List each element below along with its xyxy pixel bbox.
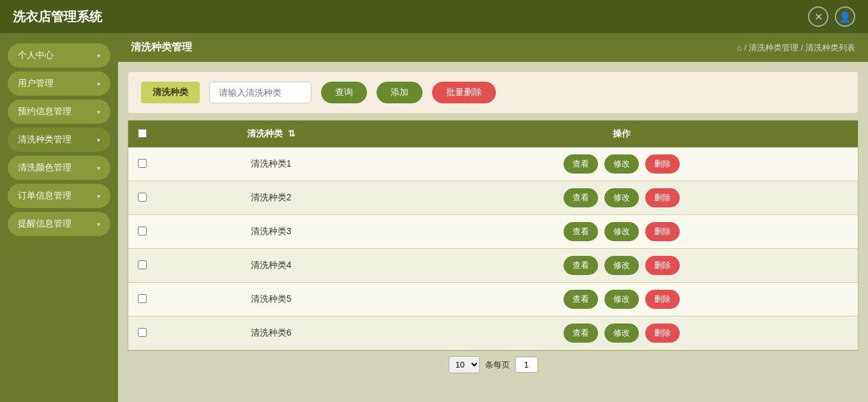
row-name: 清洗种类4 bbox=[156, 249, 386, 283]
chevron-right-icon: ▾ bbox=[97, 80, 100, 87]
chevron-right-icon: ▾ bbox=[97, 193, 100, 200]
header-icons: ✕ 👤 bbox=[808, 6, 855, 27]
chevron-right-icon: ▾ bbox=[97, 52, 100, 59]
table-row: 清洗种类3 查看 修改 删除 bbox=[128, 215, 858, 249]
view-button[interactable]: 查看 bbox=[564, 222, 598, 241]
edit-button[interactable]: 修改 bbox=[604, 324, 639, 343]
sidebar-item-label: 预约信息管理 bbox=[18, 106, 71, 117]
row-actions: 查看 修改 删除 bbox=[386, 249, 858, 283]
view-button[interactable]: 查看 bbox=[564, 188, 598, 207]
data-table: 清洗种类 ⇅ 操作 清洗种类1 查看 修改 删除 bbox=[128, 121, 858, 350]
row-checkbox[interactable] bbox=[138, 227, 147, 235]
edit-button[interactable]: 修改 bbox=[604, 256, 639, 275]
sidebar-item-order-management[interactable]: 订单信息管理 ▾ bbox=[8, 184, 110, 208]
view-button[interactable]: 查看 bbox=[564, 256, 598, 275]
sidebar-item-label: 清洗颜色管理 bbox=[18, 162, 71, 174]
select-all-checkbox[interactable] bbox=[138, 129, 147, 138]
close-button[interactable]: ✕ bbox=[808, 6, 828, 27]
delete-button[interactable]: 删除 bbox=[645, 222, 680, 241]
chevron-right-icon: ▾ bbox=[97, 165, 100, 172]
batch-delete-button[interactable]: 批量删除 bbox=[432, 82, 496, 103]
app-header: 洗衣店管理系统 ✕ 👤 bbox=[0, 0, 868, 33]
row-checkbox[interactable] bbox=[138, 193, 147, 202]
chevron-right-icon: ▾ bbox=[97, 108, 100, 115]
row-checkbox[interactable] bbox=[138, 159, 147, 168]
main-content: 清洗种类管理 ⌂ / 清洗种类管理 / 清洗种类列表 清洗种类 查询 添加 批量… bbox=[118, 33, 868, 402]
user-button[interactable]: 👤 bbox=[835, 6, 855, 27]
add-button[interactable]: 添加 bbox=[377, 82, 423, 103]
breadcrumb: ⌂ / 清洗种类管理 / 清洗种类列表 bbox=[737, 42, 855, 54]
sidebar-item-label: 用户管理 bbox=[18, 78, 54, 89]
sidebar-item-personal-center[interactable]: 个人中心 ▾ bbox=[8, 43, 110, 68]
row-name: 清洗种类6 bbox=[156, 316, 386, 350]
table-body: 清洗种类1 查看 修改 删除 清洗种类2 查看 修改 删除 清洗种类3 查看 bbox=[128, 147, 858, 350]
chevron-right-icon: ▾ bbox=[97, 221, 100, 228]
view-button[interactable]: 查看 bbox=[564, 290, 598, 309]
table-row: 清洗种类2 查看 修改 删除 bbox=[128, 181, 858, 215]
app-title: 洗衣店管理系统 bbox=[13, 8, 102, 26]
col-name-header: 清洗种类 ⇅ bbox=[156, 121, 386, 147]
view-button[interactable]: 查看 bbox=[564, 154, 598, 174]
search-input[interactable] bbox=[209, 82, 311, 103]
content-area: 清洗种类 查询 添加 批量删除 清洗种类 bbox=[118, 62, 868, 402]
page-header: 清洗种类管理 ⌂ / 清洗种类管理 / 清洗种类列表 bbox=[118, 33, 868, 62]
select-all-cell bbox=[128, 121, 156, 147]
query-button[interactable]: 查询 bbox=[321, 82, 367, 103]
row-actions: 查看 修改 删除 bbox=[386, 147, 858, 181]
row-checkbox-cell bbox=[128, 316, 156, 350]
sidebar-item-label: 提醒信息管理 bbox=[18, 218, 71, 230]
sidebar-item-label: 订单信息管理 bbox=[18, 190, 71, 202]
sidebar-item-reminder-management[interactable]: 提醒信息管理 ▾ bbox=[8, 212, 110, 236]
delete-button[interactable]: 删除 bbox=[645, 154, 680, 174]
col-name-label: 清洗种类 bbox=[247, 128, 283, 138]
row-checkbox[interactable] bbox=[138, 328, 147, 337]
row-actions: 查看 修改 删除 bbox=[386, 283, 858, 316]
sidebar-item-user-management[interactable]: 用户管理 ▾ bbox=[8, 71, 110, 96]
sidebar-item-wash-type-management[interactable]: 清洗种类管理 ▾ bbox=[8, 128, 110, 152]
sort-icon[interactable]: ⇅ bbox=[288, 128, 296, 138]
row-checkbox-cell bbox=[128, 215, 156, 249]
row-actions: 查看 修改 删除 bbox=[386, 181, 858, 215]
row-checkbox[interactable] bbox=[138, 294, 147, 303]
row-checkbox-cell bbox=[128, 147, 156, 181]
table-row: 清洗种类6 查看 修改 删除 bbox=[128, 316, 858, 350]
filter-label: 清洗种类 bbox=[141, 82, 200, 103]
col-operations-header: 操作 bbox=[386, 121, 858, 147]
table-wrapper: 清洗种类 ⇅ 操作 清洗种类1 查看 修改 删除 bbox=[128, 120, 858, 351]
edit-button[interactable]: 修改 bbox=[604, 188, 639, 207]
table-row: 清洗种类5 查看 修改 删除 bbox=[128, 283, 858, 316]
view-button[interactable]: 查看 bbox=[564, 324, 598, 343]
page-number-input[interactable] bbox=[515, 357, 538, 373]
sidebar-item-wash-color-management[interactable]: 清洗颜色管理 ▾ bbox=[8, 156, 110, 180]
table-header: 清洗种类 ⇅ 操作 bbox=[128, 121, 858, 147]
sidebar-item-label: 清洗种类管理 bbox=[18, 134, 71, 145]
delete-button[interactable]: 删除 bbox=[645, 324, 680, 343]
sidebar-item-label: 个人中心 bbox=[18, 50, 54, 61]
row-name: 清洗种类5 bbox=[156, 283, 386, 316]
delete-button[interactable]: 删除 bbox=[645, 290, 680, 309]
page-title: 清洗种类管理 bbox=[131, 41, 192, 54]
row-actions: 查看 修改 删除 bbox=[386, 215, 858, 249]
table-row: 清洗种类1 查看 修改 删除 bbox=[128, 147, 858, 181]
chevron-right-icon: ▾ bbox=[97, 137, 100, 144]
delete-button[interactable]: 删除 bbox=[645, 188, 680, 207]
filter-bar: 清洗种类 查询 添加 批量删除 bbox=[128, 71, 858, 114]
sidebar-item-appointment-management[interactable]: 预约信息管理 ▾ bbox=[8, 100, 110, 124]
edit-button[interactable]: 修改 bbox=[604, 290, 639, 309]
row-checkbox-cell bbox=[128, 181, 156, 215]
row-checkbox-cell bbox=[128, 283, 156, 316]
per-page-label: 条每页 bbox=[485, 359, 510, 371]
sidebar: 个人中心 ▾ 用户管理 ▾ 预约信息管理 ▾ 清洗种类管理 ▾ 清洗颜色管理 ▾… bbox=[0, 33, 118, 402]
delete-button[interactable]: 删除 bbox=[645, 256, 680, 275]
row-checkbox-cell bbox=[128, 249, 156, 283]
row-name: 清洗种类3 bbox=[156, 215, 386, 249]
row-checkbox[interactable] bbox=[138, 260, 147, 269]
row-actions: 查看 修改 删除 bbox=[386, 316, 858, 350]
page-size-select[interactable]: 10 20 50 bbox=[449, 356, 480, 373]
pagination-bar: 10 20 50 条每页 bbox=[128, 351, 858, 378]
main-layout: 个人中心 ▾ 用户管理 ▾ 预约信息管理 ▾ 清洗种类管理 ▾ 清洗颜色管理 ▾… bbox=[0, 33, 868, 402]
row-name: 清洗种类2 bbox=[156, 181, 386, 215]
edit-button[interactable]: 修改 bbox=[604, 154, 639, 174]
table-row: 清洗种类4 查看 修改 删除 bbox=[128, 249, 858, 283]
edit-button[interactable]: 修改 bbox=[604, 222, 639, 241]
